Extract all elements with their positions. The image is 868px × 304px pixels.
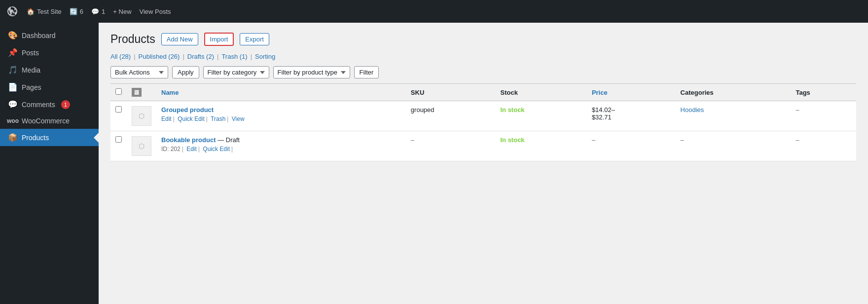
filter-tab-trash[interactable]: Trash (1) — [221, 53, 247, 60]
col-header-price[interactable]: Price — [587, 84, 676, 101]
filter-tab-all[interactable]: All (28) — [110, 53, 131, 60]
filter-category-select[interactable]: Filter by category Hoodies T-Shirts — [203, 66, 269, 78]
filter-category-wrap: Filter by category Hoodies T-Shirts — [203, 66, 269, 78]
row-checkbox-cell — [110, 101, 127, 131]
export-button[interactable]: Export — [240, 33, 269, 45]
col-header-tags: Tags — [791, 84, 856, 101]
filter-tab-drafts[interactable]: Drafts (2) — [187, 53, 214, 60]
pages-icon: 📄 — [8, 82, 18, 92]
col-header-thumb: 🖼 — [127, 84, 156, 101]
col-header-sku: SKU — [406, 84, 496, 101]
row-price-cell: – — [587, 131, 676, 161]
main-layout: 🎨 Dashboard 📌 Posts 🎵 Media 📄 Pages 💬 Co… — [0, 23, 868, 304]
product-thumbnail: ⬡ — [132, 106, 151, 126]
products-table: 🖼 Name SKU Stock Price Categories Tags — [110, 83, 856, 161]
placeholder-icon: ⬡ — [139, 112, 145, 120]
admin-bar: 🏠 Test Site 🔄 6 💬 1 + New View Posts — [0, 0, 868, 23]
row-checkbox[interactable] — [115, 106, 122, 113]
apply-button[interactable]: Apply — [172, 66, 199, 78]
col-header-stock: Stock — [495, 84, 586, 101]
category-link[interactable]: Hoodies — [681, 106, 704, 114]
filter-product-type-select[interactable]: Filter by product type Simple product Gr… — [273, 66, 350, 78]
row-actions: ID: 202| Edit| Quick Edit| — [161, 146, 401, 152]
sidebar-item-dashboard[interactable]: 🎨 Dashboard — [0, 27, 99, 44]
row-categories-cell: – — [676, 131, 791, 161]
row-tags-cell: – — [791, 101, 856, 131]
row-tags-cell: – — [791, 131, 856, 161]
admin-bar-comments[interactable]: 💬 1 — [91, 8, 105, 15]
placeholder-icon: ⬡ — [139, 142, 145, 150]
bulk-actions-wrap: Bulk Actions Edit Move to Trash — [110, 66, 168, 78]
row-checkbox[interactable] — [115, 136, 122, 143]
row-thumb-cell: ⬡ — [127, 131, 156, 161]
select-all-checkbox[interactable] — [115, 88, 122, 95]
col-header-categories: Categories — [676, 84, 791, 101]
sidebar-item-media[interactable]: 🎵 Media — [0, 61, 99, 78]
dashboard-icon: 🎨 — [8, 31, 18, 40]
comments-badge: 1 — [61, 100, 70, 109]
row-sku-cell: – — [406, 131, 496, 161]
col-header-checkbox — [110, 84, 127, 101]
products-icon: 📦 — [8, 133, 18, 142]
view-link[interactable]: View — [232, 115, 245, 122]
sidebar-item-pages[interactable]: 📄 Pages — [0, 78, 99, 96]
row-stock-cell: In stock — [495, 101, 586, 131]
image-icon: 🖼 — [132, 88, 142, 97]
row-actions: Edit| Quick Edit| Trash| View — [161, 115, 401, 122]
bulk-actions-select[interactable]: Bulk Actions Edit Move to Trash — [110, 66, 168, 78]
filter-tab-sorting[interactable]: Sorting — [255, 53, 275, 60]
quick-edit-link[interactable]: Quick Edit — [178, 115, 205, 122]
toolbar: Bulk Actions Edit Move to Trash Apply Fi… — [110, 66, 856, 78]
table-row: ⬡ Grouped product Edit| Quick Edit| Tras… — [110, 101, 856, 131]
filter-product-type-wrap: Filter by product type Simple product Gr… — [273, 66, 350, 78]
draft-label: — Draft — [217, 136, 240, 144]
product-name-link[interactable]: Bookable product — [161, 136, 216, 144]
filter-button[interactable]: Filter — [354, 66, 379, 78]
product-thumbnail: ⬡ — [132, 136, 151, 156]
add-new-button[interactable]: Add New — [161, 33, 198, 45]
sidebar-item-comments[interactable]: 💬 Comments 1 — [0, 96, 99, 113]
content-area: Products Add New Import Export All (28) … — [99, 23, 868, 304]
row-price-cell: $14.02–$32.71 — [587, 101, 676, 131]
posts-icon: 📌 — [8, 48, 18, 57]
table-row: ⬡ Bookable product — Draft ID: 202| Edit… — [110, 131, 856, 161]
edit-link[interactable]: Edit — [186, 146, 197, 152]
sidebar-item-woocommerce[interactable]: woo WooCommerce — [0, 113, 99, 129]
trash-link[interactable]: Trash — [211, 115, 225, 122]
quick-edit-link[interactable]: Quick Edit — [203, 146, 230, 152]
col-header-name[interactable]: Name — [156, 84, 406, 101]
edit-link[interactable]: Edit — [161, 115, 172, 122]
filter-tab-published[interactable]: Published (26) — [139, 53, 180, 60]
row-categories-cell: Hoodies — [676, 101, 791, 131]
admin-bar-site[interactable]: 🏠 Test Site — [27, 8, 62, 15]
sidebar-item-posts[interactable]: 📌 Posts — [0, 44, 99, 61]
row-thumb-cell: ⬡ — [127, 101, 156, 131]
row-sku-cell: grouped — [406, 101, 496, 131]
product-name-link[interactable]: Grouped product — [161, 106, 214, 114]
import-button[interactable]: Import — [204, 33, 234, 46]
wp-logo[interactable] — [6, 5, 19, 18]
row-name-cell: Bookable product — Draft ID: 202| Edit| … — [156, 131, 406, 161]
filter-tabs: All (28) | Published (26) | Drafts (2) |… — [110, 53, 856, 60]
admin-bar-updates[interactable]: 🔄 6 — [70, 8, 83, 15]
media-icon: 🎵 — [8, 65, 18, 75]
admin-bar-new[interactable]: + New — [113, 8, 131, 15]
page-title: Products — [110, 33, 155, 46]
sidebar-item-products[interactable]: 📦 Products — [0, 129, 99, 146]
admin-bar-view-posts[interactable]: View Posts — [140, 8, 171, 15]
woocommerce-icon: woo — [8, 117, 18, 124]
row-stock-cell: In stock — [495, 131, 586, 161]
row-checkbox-cell — [110, 131, 127, 161]
page-header: Products Add New Import Export — [110, 33, 856, 46]
row-id: ID: 202 — [161, 146, 181, 152]
row-name-cell: Grouped product Edit| Quick Edit| Trash|… — [156, 101, 406, 131]
comments-icon: 💬 — [8, 100, 18, 109]
sidebar: 🎨 Dashboard 📌 Posts 🎵 Media 📄 Pages 💬 Co… — [0, 23, 99, 304]
